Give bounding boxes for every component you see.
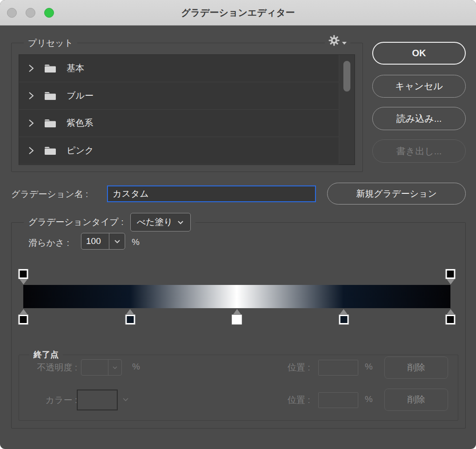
folder-icon [44, 119, 56, 128]
color-stop-50[interactable] [232, 309, 242, 324]
ok-button[interactable]: OK [372, 42, 466, 65]
dialog-title: グラデーションエディター [0, 0, 476, 26]
folder-icon [44, 146, 56, 155]
opacity-stop-left[interactable] [19, 269, 28, 284]
preset-list: 基本 ブルー 紫色系 [19, 54, 355, 165]
preset-folder-pink[interactable]: ピンク [19, 137, 355, 165]
smoothness-dropdown-button[interactable] [109, 233, 125, 249]
opacity-percent: % [132, 362, 140, 372]
stop-pointer-icon [126, 309, 134, 315]
gradient-editor-dialog: グラデーションエディター プリセット [0, 0, 476, 449]
color-stop-75[interactable] [339, 309, 349, 324]
location-label-color: 位置 : [288, 394, 310, 406]
opacity-combo [81, 359, 122, 376]
gradient-type-value: べた塗り [137, 216, 173, 228]
smoothness-label: 滑らかさ : [28, 237, 69, 249]
preset-folder-blue[interactable]: ブルー [19, 82, 355, 110]
color-label: カラー : [19, 394, 77, 406]
presets-menu-button[interactable] [325, 35, 350, 48]
chevron-right-icon[interactable] [28, 91, 34, 100]
preset-folder-label: 基本 [67, 62, 84, 74]
location-label-opacity: 位置 : [288, 362, 310, 374]
load-button[interactable]: 読み込み... [372, 107, 466, 130]
stop-settings-legend: 終了点 [29, 349, 63, 360]
preset-folder-label: 紫色系 [67, 117, 93, 129]
presets-legend: プリセット [24, 37, 77, 49]
gradient-name-label: グラデーション名 : [11, 188, 88, 200]
scrollbar-track[interactable] [339, 55, 355, 165]
location-input-color [318, 392, 358, 408]
scrollbar-thumb[interactable] [343, 61, 350, 92]
location-input-opacity [318, 360, 358, 376]
gradient-type-dropdown[interactable]: べた塗り [130, 213, 191, 231]
caret-down-icon [342, 42, 347, 45]
delete-opacity-stop-button: 削除 [384, 357, 448, 379]
stop-pointer-icon [446, 309, 455, 315]
location-percent-color: % [365, 394, 373, 404]
preset-folder-purple[interactable]: 紫色系 [19, 110, 355, 137]
opacity-value [81, 360, 108, 375]
chevron-right-icon[interactable] [28, 146, 34, 155]
preset-folder-label: ピンク [67, 145, 94, 157]
chevron-down-icon [122, 395, 129, 403]
smoothness-percent: % [132, 237, 140, 247]
preset-folder-basic[interactable]: 基本 [19, 55, 355, 82]
new-gradient-button[interactable]: 新規グラデーション [327, 183, 466, 205]
stop-pointer-icon [19, 309, 27, 315]
stop-pointer-icon [19, 279, 27, 284]
color-stop-0[interactable] [19, 309, 28, 324]
smoothness-value[interactable]: 100 [81, 233, 109, 249]
color-stop-100[interactable] [446, 309, 456, 324]
titlebar: グラデーションエディター [0, 0, 476, 26]
stop-pointer-icon [233, 309, 241, 315]
gradient-type-label: グラデーションタイプ : [28, 216, 124, 228]
color-swatch [77, 390, 118, 410]
export-button: 書き出し... [372, 139, 466, 163]
chevron-down-icon [177, 218, 184, 226]
gear-icon [329, 35, 340, 48]
folder-icon [44, 91, 56, 100]
chevron-right-icon[interactable] [28, 64, 34, 73]
cancel-button[interactable]: キャンセル [372, 75, 466, 98]
color-stop-25[interactable] [125, 309, 135, 324]
location-percent-opacity: % [365, 362, 373, 372]
stop-pointer-icon [340, 309, 348, 315]
folder-icon [44, 64, 56, 73]
delete-color-stop-button: 削除 [384, 389, 448, 411]
preset-folder-label: ブルー [67, 90, 94, 102]
opacity-stop-right[interactable] [446, 269, 456, 284]
stop-pointer-icon [446, 279, 455, 284]
gradient-bar[interactable] [23, 285, 450, 308]
chevron-down-icon [108, 360, 121, 375]
presets-group: プリセット [11, 43, 363, 172]
stop-settings-group: 終了点 不透明度 : % 位置 : % 削除 カラー : 位置 : % 削除 [19, 355, 458, 421]
opacity-label: 不透明度 : [19, 362, 77, 374]
smoothness-combo[interactable]: 100 [81, 233, 125, 250]
gradient-name-input[interactable] [107, 185, 316, 202]
chevron-right-icon[interactable] [28, 119, 34, 128]
